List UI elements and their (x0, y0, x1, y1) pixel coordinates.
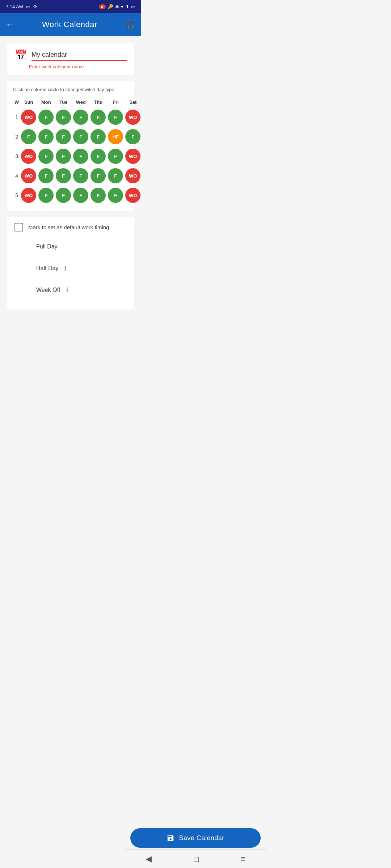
day-circle-w3-d1[interactable]: F (38, 149, 54, 164)
hint-text: Click on colored circle to change/switch… (13, 87, 128, 92)
day-circle-w5-d4[interactable]: F (91, 188, 106, 203)
day-circle-w3-d3[interactable]: F (73, 149, 88, 164)
default-timing-row: Mark to set as default work timing (14, 223, 127, 231)
day-circle-w2-d6[interactable]: F (125, 129, 140, 144)
calendar-name-input[interactable] (31, 50, 127, 61)
table-row: 4WOFFFFFWO (14, 166, 141, 185)
table-row: 1WOFFFFFWO (14, 108, 141, 127)
day-circle-w5-d6[interactable]: WO (125, 188, 140, 203)
day-circle-w5-d5[interactable]: F (108, 188, 123, 203)
day-circle-w3-d2[interactable]: F (56, 149, 71, 164)
col-header-tue: Tue (55, 97, 72, 107)
app-bar: ← Work Calendar 🎧 (0, 13, 141, 36)
headset-icon[interactable]: 🎧 (126, 20, 135, 29)
calendar-cell: F (55, 127, 72, 146)
day-circle-w3-d0[interactable]: WO (21, 149, 36, 164)
legend-row-f: FFull Day (14, 239, 127, 255)
legend-circle-wo[interactable]: WO (14, 282, 30, 298)
day-circle-w1-d3[interactable]: F (73, 110, 88, 125)
options-section: Mark to set as default work timing FFull… (7, 217, 134, 310)
day-circle-w2-d3[interactable]: F (73, 129, 88, 144)
day-circle-w2-d4[interactable]: F (91, 129, 106, 144)
calendar-cell: F (107, 186, 124, 205)
day-circle-w1-d6[interactable]: WO (125, 110, 140, 125)
day-circle-w5-d2[interactable]: F (56, 188, 71, 203)
day-circle-w1-d4[interactable]: F (91, 110, 106, 125)
status-left: 7:14 AM ▭ ⟳ (6, 4, 37, 9)
col-header-fri: Fri (107, 97, 124, 107)
calendar-cell: WO (20, 186, 37, 205)
day-circle-w4-d3[interactable]: F (73, 168, 88, 183)
legend-row-hf: HFHalf Dayℹ (14, 260, 127, 276)
calendar-cell: WO (125, 166, 141, 185)
calendar-cell: F (38, 108, 54, 127)
day-circle-w2-d5[interactable]: HF (108, 129, 123, 144)
day-circle-w4-d0[interactable]: WO (21, 168, 36, 183)
day-circle-w5-d3[interactable]: F (73, 188, 88, 203)
week-number: 1 (14, 108, 20, 127)
table-row: 2FFFFFHFF (14, 127, 141, 146)
col-header-wed: Wed (72, 97, 89, 107)
calendar-cell: F (38, 186, 54, 205)
day-circle-w5-d0[interactable]: WO (21, 188, 36, 203)
key-icon: 🔑 (108, 4, 113, 9)
legend-info-hf[interactable]: ℹ (64, 264, 67, 272)
back-button[interactable]: ← (6, 20, 14, 29)
legend-text-hf: Half Day (36, 265, 58, 272)
day-circle-w3-d5[interactable]: F (108, 149, 123, 164)
cast-icon: ⟳ (33, 4, 37, 9)
day-circle-w4-d2[interactable]: F (56, 168, 71, 183)
calendar-cell: F (90, 186, 106, 205)
calendar-cell: WO (125, 147, 141, 166)
calendar-cell: F (90, 127, 106, 146)
signal-icon: ⬆ (125, 4, 129, 9)
calendar-cell: F (72, 186, 89, 205)
default-timing-checkbox[interactable] (14, 223, 23, 231)
calendar-cell: WO (125, 186, 141, 205)
content-area: 📅 Enter work calendar name Click on colo… (0, 36, 141, 352)
calendar-cell: F (107, 166, 124, 185)
calendar-cell: WO (20, 108, 37, 127)
calendar-cell: F (90, 166, 106, 185)
calendar-cell: F (20, 127, 37, 146)
day-circle-w2-d0[interactable]: F (21, 129, 36, 144)
calendar-icon: 📅 (14, 49, 27, 61)
day-circle-w4-d5[interactable]: F (108, 168, 123, 183)
week-number: 2 (14, 127, 20, 146)
legend-info-wo[interactable]: ℹ (66, 286, 68, 294)
calendar-cell: F (55, 186, 72, 205)
day-circle-w3-d6[interactable]: WO (125, 149, 140, 164)
page-title: Work Calendar (42, 20, 97, 29)
table-row: 5WOFFFFFWO (14, 186, 141, 205)
calendar-cell: F (55, 147, 72, 166)
day-circle-w4-d6[interactable]: WO (125, 168, 140, 183)
calendar-cell: F (72, 147, 89, 166)
calendar-cell: WO (20, 147, 37, 166)
legend-text-wo: Week Off (36, 287, 60, 293)
day-circle-w4-d4[interactable]: F (91, 168, 106, 183)
calendar-cell: HF (107, 127, 124, 146)
calendar-cell: WO (20, 166, 37, 185)
calendar-cell: F (72, 108, 89, 127)
week-number: 4 (14, 166, 20, 185)
day-circle-w2-d1[interactable]: F (38, 129, 54, 144)
legend-circle-f[interactable]: F (14, 239, 30, 255)
day-circle-w3-d4[interactable]: F (91, 149, 106, 164)
day-circle-w1-d5[interactable]: F (108, 110, 123, 125)
calendar-cell: F (55, 166, 72, 185)
day-circle-w4-d1[interactable]: F (38, 168, 54, 183)
calendar-name-section: 📅 Enter work calendar name (7, 43, 134, 75)
day-circle-w1-d1[interactable]: F (38, 110, 54, 125)
legend-circle-hf[interactable]: HF (14, 260, 30, 276)
day-circle-w2-d2[interactable]: F (56, 129, 71, 144)
day-circle-w1-d2[interactable]: F (56, 110, 71, 125)
day-circle-w5-d1[interactable]: F (38, 188, 54, 203)
week-number: 5 (14, 186, 20, 205)
calendar-cell: F (72, 166, 89, 185)
status-time: 7:14 AM (6, 4, 23, 9)
day-circle-w1-d0[interactable]: WO (21, 110, 36, 125)
calendar-cell: F (38, 147, 54, 166)
calendar-cell: F (107, 108, 124, 127)
col-header-thu: Thu (90, 97, 106, 107)
calendar-cell: F (90, 108, 106, 127)
